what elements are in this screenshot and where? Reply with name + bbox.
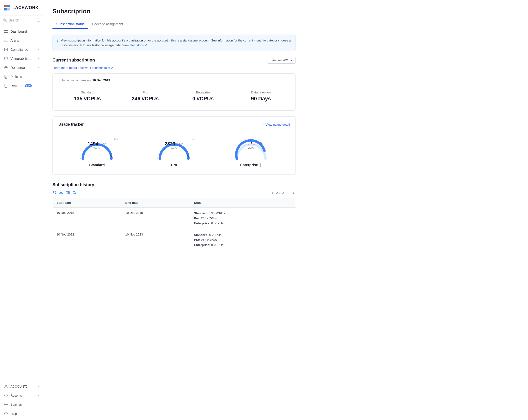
search-history-icon[interactable] xyxy=(72,191,76,195)
sidebar-item-label: Resources xyxy=(11,66,26,70)
pagination: 1 - 2 of 2 ‹ › xyxy=(272,190,296,195)
svg-rect-2 xyxy=(4,8,7,11)
reports-new-badge: new xyxy=(25,84,32,87)
pagination-next[interactable]: › xyxy=(292,190,296,195)
sidebar-item-label: ACCOUNT2 xyxy=(11,385,28,388)
gauge-group: 1494 / 135 vCPU 135 0 Standard xyxy=(59,132,290,169)
tab-subscription-status[interactable]: Subscription status xyxy=(52,20,88,29)
compliance-icon xyxy=(4,47,8,52)
alerts-icon xyxy=(4,38,8,43)
sidebar-item-label: Settings xyxy=(11,403,22,406)
sidebar-item-policies[interactable]: Policies xyxy=(0,72,43,81)
enterprise-info-icon[interactable]: i xyxy=(259,163,262,167)
info-icon: ℹ xyxy=(57,38,58,44)
sidebar-bottom: ACCOUNT2 › Recents › Settings Help xyxy=(0,380,43,420)
svg-point-22 xyxy=(6,414,6,415)
svg-rect-28 xyxy=(67,191,68,194)
chevron-icon: › xyxy=(38,66,39,69)
chevron-down-icon: ▾ xyxy=(291,58,293,62)
svg-rect-1 xyxy=(7,5,10,7)
download-icon[interactable] xyxy=(59,191,63,195)
sidebar-item-recents[interactable]: Recents › xyxy=(0,391,43,400)
sidebar-item-account[interactable]: ACCOUNT2 › xyxy=(0,382,43,391)
info-text: View subscription information for this a… xyxy=(61,38,292,47)
gauge-enterprise-min: - xyxy=(234,156,235,159)
sidebar-item-vulnerabilities[interactable]: Vulnerabilities › xyxy=(0,54,43,63)
gauge-pro-min: 0 xyxy=(157,156,158,159)
chevron-icon: › xyxy=(38,48,39,51)
svg-rect-26 xyxy=(60,193,62,194)
search-input[interactable] xyxy=(9,18,35,22)
gauge-standard-svg xyxy=(78,136,116,162)
sidebar-item-alerts[interactable]: Alerts xyxy=(0,36,43,45)
chevron-icon: › xyxy=(38,385,39,388)
svg-point-20 xyxy=(5,404,7,405)
refresh-icon[interactable] xyxy=(52,191,56,195)
logo-text: LACEWORK xyxy=(12,5,39,10)
sidebar-item-reports[interactable]: Reports new xyxy=(0,81,43,90)
usage-tracker-header: Usage tracker → View usage detail xyxy=(59,122,290,127)
col-end-date: End date xyxy=(122,198,190,208)
subscription-history: Subscription history xyxy=(52,182,296,251)
info-banner: ℹ View subscription information for this… xyxy=(52,35,296,51)
cell-end-date-1: 10 Dec 2019 xyxy=(122,208,190,229)
recents-icon xyxy=(4,393,8,397)
table-row: 10 Nov 2022 10 Nov 2023 Standard: 0 vCPU… xyxy=(53,229,296,251)
account-icon xyxy=(4,384,8,388)
gauge-pro-max: 246 xyxy=(191,138,195,140)
subscription-history-title: Subscription history xyxy=(52,182,296,187)
external-link-icon: ↗ xyxy=(144,43,147,47)
sidebar-item-label: Compliance xyxy=(11,48,28,51)
gauge-pro-wrapper: 2823 / 246 vCPU 246 0 xyxy=(155,136,193,160)
svg-rect-6 xyxy=(4,32,6,33)
sidebar-item-dashboard[interactable]: Dashboard xyxy=(0,27,43,36)
sidebar-item-help[interactable]: Help xyxy=(0,409,43,418)
menu-icon[interactable]: ☰ xyxy=(36,18,40,23)
svg-rect-7 xyxy=(6,32,8,33)
sidebar-item-label: Reports xyxy=(11,84,22,88)
resources-icon xyxy=(4,66,8,70)
columns-icon[interactable] xyxy=(66,191,70,195)
search-bar[interactable]: 🔍 ☰ xyxy=(0,15,43,25)
toolbar-icons xyxy=(52,191,76,195)
vulnerabilities-icon xyxy=(4,57,8,61)
subscription-tabs: Subscription status Package assignment xyxy=(52,20,296,29)
svg-rect-5 xyxy=(6,30,8,31)
col-detail: Detail xyxy=(190,198,296,208)
reports-icon xyxy=(4,84,8,88)
search-icon: 🔍 xyxy=(3,18,7,22)
table-header-row: Start date End date Detail xyxy=(53,198,296,208)
sidebar: LACEWORK 🔍 ☰ Dashboard Alerts Compliance… xyxy=(0,0,43,420)
subscription-metrics: Standard 135 vCPUs Pro 246 vCPUs Enterpr… xyxy=(59,87,290,105)
month-selector[interactable]: January 2023 ▾ xyxy=(268,57,296,64)
sidebar-item-settings[interactable]: Settings xyxy=(0,400,43,409)
svg-rect-29 xyxy=(68,191,69,194)
gauge-enterprise-wrapper: - / - vCPU - xyxy=(232,136,270,160)
policies-icon xyxy=(4,75,8,79)
settings-icon xyxy=(4,402,8,407)
chevron-icon: › xyxy=(38,394,39,397)
view-usage-detail-link[interactable]: → View usage detail xyxy=(262,123,290,126)
logo: LACEWORK xyxy=(0,0,43,15)
lacework-logo-icon xyxy=(4,4,11,11)
metric-enterprise: Enterprise 0 vCPUs xyxy=(174,87,232,105)
gauge-pro: 2823 / 246 vCPU 246 0 Pro xyxy=(155,136,193,167)
gauge-enterprise-label: Enterprise xyxy=(240,163,258,167)
tab-package-assignment[interactable]: Package assignment xyxy=(88,20,127,29)
svg-point-10 xyxy=(5,67,7,69)
current-subscription-header: Current subscription January 2023 ▾ xyxy=(52,57,296,64)
gauge-enterprise: - / - vCPU - Enterprise i xyxy=(232,136,270,167)
expires-text: Subscription expires on 10 Dec 2019 xyxy=(59,78,290,82)
gauge-pro-center: 2823 / 246 vCPU xyxy=(165,141,183,149)
help-docs-link[interactable]: Help docs ↗ xyxy=(130,43,147,47)
main-nav: Dashboard Alerts Compliance › Vulnerabil… xyxy=(0,25,43,380)
subscription-learn-more-link[interactable]: Learn more about Lacework subscriptions … xyxy=(52,66,114,70)
svg-point-30 xyxy=(73,191,75,194)
sidebar-item-label: Policies xyxy=(11,75,22,79)
sidebar-item-resources[interactable]: Resources › xyxy=(0,63,43,72)
cell-detail-2: Standard: 0 vCPUs Pro: 246 vCPUs Enterpr… xyxy=(190,229,296,251)
sidebar-item-compliance[interactable]: Compliance › xyxy=(0,45,43,54)
pagination-prev[interactable]: ‹ xyxy=(286,190,290,195)
subscription-card: Subscription expires on 10 Dec 2019 Stan… xyxy=(52,73,296,111)
gauge-pro-label: Pro xyxy=(171,163,177,167)
